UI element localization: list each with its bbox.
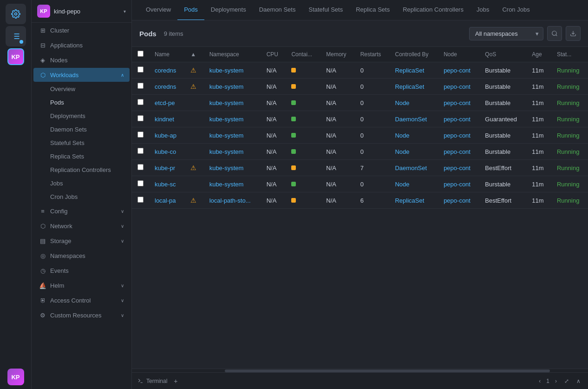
pod-name[interactable]: kube-sc bbox=[149, 176, 185, 192]
row-checkbox-cell[interactable] bbox=[132, 95, 149, 111]
pod-name[interactable]: kube-pr bbox=[149, 160, 185, 176]
tab-statefulsets[interactable]: Stateful Sets bbox=[302, 0, 349, 20]
placeholder-button-2[interactable] bbox=[6, 93, 26, 113]
pod-namespace[interactable]: kube-system bbox=[204, 160, 261, 176]
pod-controlled-by[interactable]: DaemonSet bbox=[389, 160, 438, 176]
col-memory[interactable]: Memory bbox=[320, 47, 354, 62]
sidebar-item-replicasets[interactable]: Replica Sets bbox=[33, 150, 130, 163]
sidebar-item-customresources[interactable]: ⚙ Custom Resources ∨ bbox=[33, 308, 130, 322]
sidebar-item-daemonsets[interactable]: Daemon Sets bbox=[33, 123, 130, 136]
sidebar-item-namespaces[interactable]: ◎ Namespaces bbox=[33, 249, 130, 263]
next-page-button[interactable]: › bbox=[553, 377, 559, 385]
sidebar-item-statefulsets[interactable]: Stateful Sets bbox=[33, 137, 130, 149]
sidebar-item-overview[interactable]: Overview bbox=[33, 83, 130, 95]
pod-namespace[interactable]: kube-system bbox=[204, 95, 261, 111]
tab-deployments[interactable]: Deployments bbox=[204, 0, 253, 20]
sidebar-item-helm[interactable]: ⛵ Helm ∨ bbox=[33, 278, 130, 292]
terminal-tab[interactable]: Terminal bbox=[137, 378, 167, 384]
search-button[interactable] bbox=[547, 26, 562, 41]
prev-page-button[interactable]: ‹ bbox=[537, 377, 542, 385]
sidebar-item-cluster[interactable]: ⊞ Cluster bbox=[33, 23, 130, 37]
row-checkbox[interactable] bbox=[137, 99, 144, 105]
horizontal-scrollbar[interactable] bbox=[132, 369, 588, 372]
row-checkbox-cell[interactable] bbox=[132, 127, 149, 144]
sidebar-item-workloads[interactable]: ⬡ Workloads ∧ bbox=[33, 68, 130, 82]
pod-node[interactable]: pepo-cont bbox=[438, 62, 479, 79]
tab-cronjobs[interactable]: Cron Jobs bbox=[496, 0, 536, 20]
pod-namespace[interactable]: kube-system bbox=[204, 127, 261, 144]
row-checkbox-cell[interactable] bbox=[132, 62, 149, 79]
tab-replicationcontrollers[interactable]: Replication Controllers bbox=[396, 0, 470, 20]
list-view-button[interactable] bbox=[6, 26, 26, 46]
pod-name[interactable]: etcd-pe bbox=[149, 95, 185, 111]
pod-controlled-by[interactable]: Node bbox=[389, 95, 438, 111]
pod-namespace[interactable]: kube-system bbox=[204, 144, 261, 160]
sidebar-item-applications[interactable]: ⊟ Applications bbox=[33, 38, 130, 52]
row-checkbox-cell[interactable] bbox=[132, 192, 149, 209]
pod-node[interactable]: pepo-cont bbox=[438, 144, 479, 160]
sidebar-item-jobs[interactable]: Jobs bbox=[33, 177, 130, 190]
sidebar-item-events[interactable]: ◷ Events bbox=[33, 264, 130, 277]
expand-terminal-button[interactable]: ⤢ bbox=[562, 377, 571, 385]
placeholder-button-3[interactable] bbox=[6, 115, 26, 136]
tab-daemonsets[interactable]: Daemon Sets bbox=[253, 0, 302, 20]
col-qos[interactable]: QoS bbox=[479, 47, 526, 62]
pod-node[interactable]: pepo-cont bbox=[438, 79, 479, 95]
pod-controlled-by[interactable]: ReplicaSet bbox=[389, 79, 438, 95]
pod-node[interactable]: pepo-cont bbox=[438, 192, 479, 209]
row-checkbox-cell[interactable] bbox=[132, 160, 149, 176]
col-controlled-by[interactable]: Controlled By bbox=[389, 47, 438, 62]
pod-node[interactable]: pepo-cont bbox=[438, 95, 479, 111]
pod-node[interactable]: pepo-cont bbox=[438, 176, 479, 192]
tab-jobs[interactable]: Jobs bbox=[470, 0, 496, 20]
pod-namespace[interactable]: kube-system bbox=[204, 111, 261, 127]
row-checkbox-cell[interactable] bbox=[132, 144, 149, 160]
row-checkbox-cell[interactable] bbox=[132, 79, 149, 95]
pod-namespace[interactable]: kube-system bbox=[204, 62, 261, 79]
pod-controlled-by[interactable]: ReplicaSet bbox=[389, 192, 438, 209]
row-checkbox-cell[interactable] bbox=[132, 176, 149, 192]
placeholder-button-1[interactable] bbox=[6, 71, 26, 91]
row-checkbox[interactable] bbox=[137, 115, 144, 121]
col-namespace[interactable]: Namespace bbox=[204, 47, 261, 62]
col-node[interactable]: Node bbox=[438, 47, 479, 62]
row-checkbox-cell[interactable] bbox=[132, 111, 149, 127]
select-all-checkbox[interactable] bbox=[137, 51, 144, 57]
pod-name[interactable]: coredns bbox=[149, 62, 185, 79]
col-containers[interactable]: Contai... bbox=[286, 47, 320, 62]
placeholder-button-4[interactable] bbox=[6, 138, 26, 158]
col-cpu[interactable]: CPU bbox=[261, 47, 286, 62]
pod-namespace[interactable]: kube-system bbox=[204, 79, 261, 95]
pod-controlled-by[interactable]: DaemonSet bbox=[389, 111, 438, 127]
pod-name[interactable]: kube-co bbox=[149, 144, 185, 160]
namespace-select[interactable]: All namespaces kube-system default local… bbox=[469, 27, 543, 40]
tab-pods[interactable]: Pods bbox=[177, 0, 204, 20]
col-name[interactable]: Name bbox=[149, 47, 185, 62]
cluster-header[interactable]: KP kind-pepo ▾ bbox=[32, 0, 131, 23]
row-checkbox[interactable] bbox=[137, 180, 144, 186]
collapse-terminal-button[interactable]: ∧ bbox=[575, 377, 582, 385]
row-checkbox[interactable] bbox=[137, 66, 144, 73]
sidebar-item-accesscontrol[interactable]: ⛨ Access Control ∨ bbox=[33, 293, 130, 307]
sidebar-item-network[interactable]: ⬡ Network ∨ bbox=[33, 219, 130, 233]
sidebar-item-deployments[interactable]: Deployments bbox=[33, 110, 130, 122]
row-checkbox[interactable] bbox=[137, 83, 144, 89]
user-avatar[interactable]: KP bbox=[7, 48, 24, 65]
sidebar-item-nodes[interactable]: ◈ Nodes bbox=[33, 53, 130, 67]
pod-controlled-by[interactable]: Node bbox=[389, 176, 438, 192]
pod-node[interactable]: pepo-cont bbox=[438, 127, 479, 144]
row-checkbox[interactable] bbox=[137, 132, 144, 138]
row-checkbox[interactable] bbox=[137, 197, 144, 203]
add-terminal-button[interactable]: + bbox=[171, 376, 180, 386]
pod-node[interactable]: pepo-cont bbox=[438, 160, 479, 176]
bottom-avatar[interactable]: KP bbox=[7, 369, 24, 385]
tab-overview[interactable]: Overview bbox=[139, 0, 177, 20]
row-checkbox[interactable] bbox=[137, 164, 144, 170]
settings-button[interactable] bbox=[6, 4, 26, 24]
pod-namespace[interactable]: kube-system bbox=[204, 176, 261, 192]
row-checkbox[interactable] bbox=[137, 148, 144, 154]
sidebar-item-replicationcontrollers[interactable]: Replication Controllers bbox=[33, 164, 130, 176]
pod-node[interactable]: pepo-cont bbox=[438, 111, 479, 127]
col-restarts[interactable]: Restarts bbox=[355, 47, 390, 62]
pod-controlled-by[interactable]: ReplicaSet bbox=[389, 62, 438, 79]
